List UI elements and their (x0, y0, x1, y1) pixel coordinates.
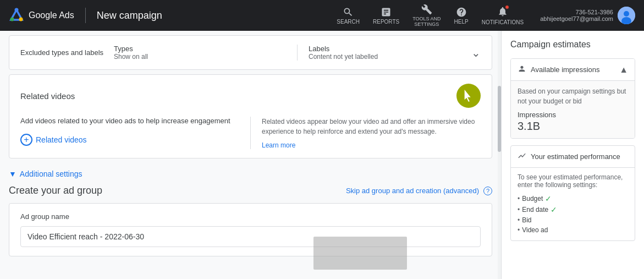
svg-point-1 (10, 18, 14, 21)
notification-badge (505, 5, 509, 9)
available-impressions-body: Based on your campaign settings but not … (511, 80, 635, 138)
reports-icon (381, 7, 392, 18)
help-icon (456, 7, 467, 18)
available-impressions-desc: Based on your campaign settings but not … (518, 86, 628, 106)
estimated-performance-body: To see your estimated performance, enter… (511, 167, 635, 240)
search-icon (343, 7, 354, 18)
add-related-label: Related videos (36, 135, 87, 144)
available-impressions-label: Available impressions (531, 65, 600, 74)
estimated-performance-header[interactable]: Your estimated performance (511, 146, 635, 167)
scroll-thumb (498, 86, 501, 152)
cursor-icon (463, 90, 475, 102)
avatar[interactable] (618, 7, 635, 24)
perf-item-bid: • Bid (518, 215, 628, 225)
chevron-down-icon[interactable]: ⌄ (471, 46, 481, 59)
search-label: SEARCH (337, 19, 360, 25)
reports-label: REPORTS (373, 19, 399, 25)
related-right: Related videos appear below your video a… (250, 117, 481, 149)
related-videos-header: Related videos (20, 84, 481, 108)
types-col: Types Show on all (114, 45, 298, 61)
question-icon: ? (483, 187, 492, 195)
tools-icon (421, 4, 432, 15)
related-description: Add videos related to your video ads to … (20, 117, 239, 125)
excluded-label: Excluded types and labels (20, 48, 114, 57)
estimated-performance-label: Your estimated performance (531, 152, 620, 161)
page-title: New campaign (97, 10, 162, 21)
svg-point-2 (19, 18, 23, 21)
perf-budget-label: Budget (522, 195, 543, 203)
notifications-nav-item[interactable]: NOTIFICATIONS (476, 4, 529, 28)
user-info: 736-521-3986 abhijeetgoel77@gmail.com (540, 7, 635, 24)
types-value: Show on all (114, 53, 286, 61)
search-nav-item[interactable]: SEARCH (331, 4, 365, 27)
available-impressions-title-row: Available impressions (518, 64, 600, 75)
related-videos-section: Related videos Add videos related to you… (9, 74, 492, 158)
bullet-icon: • (518, 216, 520, 224)
create-ad-group-header: Create your ad group Skip ad group and a… (9, 185, 492, 196)
performance-items: • Budget ✓ • End date ✓ • Bid • (518, 193, 628, 235)
chevron-up-icon: ▲ (619, 65, 628, 75)
create-ad-group-title: Create your ad group (9, 185, 102, 196)
check-icon-budget: ✓ (545, 194, 552, 203)
related-videos-body: Add videos related to your video ads to … (20, 117, 481, 149)
learn-more-link[interactable]: Learn more (262, 141, 295, 149)
overlay-selection (313, 237, 407, 270)
logo-area: Google Ads (9, 8, 74, 23)
additional-settings[interactable]: ▼ Additional settings (0, 163, 501, 185)
related-videos-title: Related videos (20, 91, 75, 101)
nav-divider (85, 8, 86, 23)
add-related-videos-button[interactable]: + Related videos (20, 134, 87, 146)
sidebar-title: Campaign estimates (510, 40, 635, 50)
perf-enddate-label: End date (522, 206, 548, 214)
help-nav-item[interactable]: HELP (449, 4, 474, 27)
svg-point-3 (15, 8, 19, 12)
bullet-icon: • (518, 195, 520, 203)
create-ad-group-section: Create your ad group Skip ad group and a… (9, 185, 492, 256)
related-right-desc: Related videos appear below your video a… (262, 117, 481, 136)
types-title: Types (114, 45, 286, 53)
cursor-indicator (456, 84, 481, 108)
google-ads-logo (9, 8, 24, 23)
estimated-performance-title-row: Your estimated performance (518, 151, 620, 162)
person-icon (518, 64, 526, 75)
bullet-icon: • (518, 226, 520, 234)
plus-circle-icon: + (20, 134, 32, 146)
chevron-right-icon: ▼ (9, 169, 16, 178)
user-email: abhijeetgoel77@gmail.com (540, 15, 613, 22)
tools-nav-item[interactable]: TOOLS ANDSETTINGS (407, 2, 446, 29)
labels-title: Labels (309, 45, 378, 53)
perf-item-budget: • Budget ✓ (518, 193, 628, 204)
nav-icons: SEARCH REPORTS TOOLS ANDSETTINGS HELP NO… (331, 2, 529, 29)
skip-link[interactable]: Skip ad group and ad creation (advanced)… (346, 187, 492, 195)
tools-label: TOOLS ANDSETTINGS (412, 16, 441, 27)
ad-group-card: Ad group name (9, 203, 492, 256)
svg-point-5 (624, 11, 629, 17)
logo-text: Google Ads (29, 10, 74, 20)
additional-settings-label: Additional settings (20, 169, 82, 178)
perf-bid-label: Bid (522, 216, 531, 224)
ad-group-name-input[interactable] (20, 226, 481, 247)
bullet-icon: • (518, 206, 520, 214)
user-phone: 736-521-3986 (540, 9, 613, 15)
perf-item-enddate: • End date ✓ (518, 204, 628, 215)
left-content: Excluded types and labels Types Show on … (0, 31, 501, 279)
available-impressions-header[interactable]: Available impressions ▲ (511, 59, 635, 80)
impressions-label: Impressions (518, 111, 628, 119)
perf-videoad-label: Video ad (522, 226, 548, 234)
scrollbar[interactable] (498, 31, 501, 279)
top-nav: Google Ads New campaign SEARCH REPORTS T… (0, 0, 644, 31)
related-left: Add videos related to your video ads to … (20, 117, 250, 149)
labels-col: Labels Content not yet labelled ⌄ (298, 45, 481, 61)
ad-group-name-label: Ad group name (20, 212, 481, 221)
notifications-label: NOTIFICATIONS (482, 19, 524, 25)
estimated-performance-desc: To see your estimated performance, enter… (518, 173, 628, 189)
help-label: HELP (454, 19, 469, 25)
reports-nav-item[interactable]: REPORTS (367, 4, 405, 27)
excluded-types-section: Excluded types and labels Types Show on … (9, 35, 492, 70)
perf-item-videoad: • Video ad (518, 225, 628, 235)
skip-label: Skip ad group and ad creation (advanced) (346, 187, 479, 195)
estimated-performance-section: Your estimated performance To see your e… (510, 145, 635, 241)
excluded-types-row: Excluded types and labels Types Show on … (9, 36, 492, 69)
labels-value: Content not yet labelled (309, 53, 378, 61)
trend-icon (518, 151, 526, 162)
